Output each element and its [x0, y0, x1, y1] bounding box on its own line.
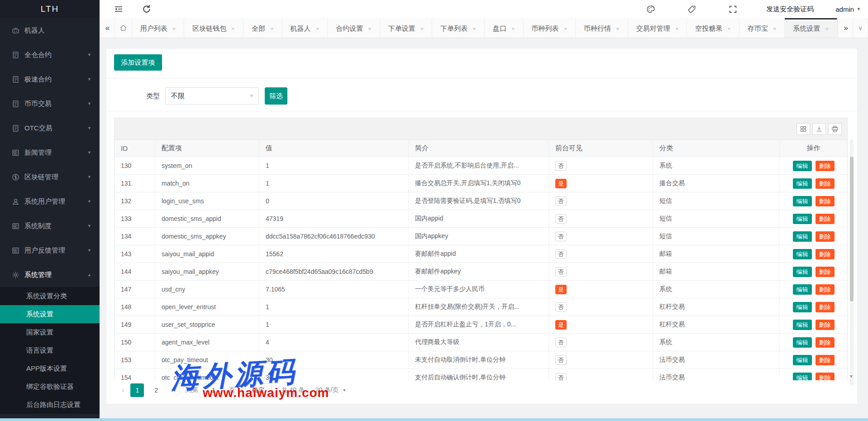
edit-button[interactable]: 编辑 [793, 196, 812, 206]
edit-button[interactable]: 编辑 [793, 267, 812, 277]
edit-button[interactable]: 编辑 [793, 231, 812, 242]
tab[interactable]: 下单列表 × [432, 18, 485, 38]
edit-button[interactable]: 编辑 [793, 214, 812, 224]
sidebar-menu-item[interactable]: 全仓合约 ▼ [0, 43, 100, 67]
table-row: 133 domestic_sms_appid 47319 国内appid 否 短… [114, 210, 847, 228]
delete-button[interactable]: 删除 [816, 231, 835, 242]
edit-button[interactable]: 编辑 [793, 302, 812, 312]
print-button[interactable] [828, 123, 842, 135]
sidebar-menu-item[interactable]: 新闻管理 ▼ [0, 140, 100, 165]
tab[interactable]: 下单设置 × [380, 18, 433, 38]
tab-close-icon[interactable]: × [472, 25, 476, 32]
theme-palette-icon[interactable] [646, 5, 655, 14]
user-menu[interactable]: admin ▼ [835, 5, 861, 13]
tab-close-icon[interactable]: × [727, 25, 731, 32]
tab-close-icon[interactable]: × [616, 25, 620, 32]
tab-close-icon[interactable]: × [368, 25, 372, 32]
edit-button[interactable]: 编辑 [793, 284, 812, 295]
sidebar-submenu-item[interactable]: 系统设置 [0, 305, 100, 323]
tab-close-icon[interactable]: × [511, 25, 515, 32]
sidebar-submenu-item[interactable]: 后台路由日志设置 [0, 396, 100, 414]
sidebar-menu-item[interactable]: 系统管理 ▲ [0, 263, 100, 287]
delete-button[interactable]: 删除 [816, 214, 835, 224]
sidebar-menu-item[interactable]: 系统制度 ▼ [0, 214, 100, 238]
tab[interactable]: 币种列表 × [524, 18, 576, 38]
tab[interactable]: 盘口 × [485, 18, 524, 38]
edit-button[interactable]: 编辑 [793, 337, 812, 348]
edit-button[interactable]: 编辑 [793, 178, 812, 189]
caret-icon: ▼ [87, 126, 91, 130]
delete-button[interactable]: 删除 [816, 337, 835, 348]
send-security-code-button[interactable]: 发送安全验证码 [766, 5, 814, 14]
tab[interactable]: 空投糖果 × [687, 18, 739, 38]
delete-button[interactable]: 删除 [816, 267, 835, 277]
sidebar-menu-item[interactable]: OTC交易 ▼ [0, 116, 100, 140]
delete-button[interactable]: 删除 [816, 196, 835, 206]
tab[interactable]: 存币宝 × [739, 18, 785, 38]
tab[interactable]: 交易对管理 × [628, 18, 687, 38]
delete-button[interactable]: 删除 [816, 302, 835, 312]
tab-close-icon[interactable]: × [231, 25, 235, 32]
sidebar-menu-item[interactable]: 币币交易 ▼ [0, 91, 100, 116]
tab[interactable]: 系统设置 × [785, 18, 837, 38]
edit-button[interactable]: 编辑 [793, 161, 812, 171]
prev-page-icon[interactable]: ‹ [122, 386, 124, 394]
sidebar-menu-item[interactable]: 区块链管理 ▼ [0, 165, 100, 189]
tabs-menu-chevron-icon[interactable]: ∨ [853, 18, 868, 38]
type-filter-select[interactable]: 不限 ▼ [165, 87, 259, 105]
tab[interactable]: 合约设置 × [328, 18, 380, 38]
sidebar-submenu-item[interactable]: 绑定谷歌验证器 [0, 378, 100, 396]
sidebar-submenu-item[interactable]: 国家设置 [0, 323, 100, 341]
delete-button[interactable]: 删除 [816, 161, 835, 171]
cell-category: 系统 [653, 157, 780, 174]
tab-close-icon[interactable]: × [316, 25, 320, 32]
delete-button[interactable]: 删除 [816, 178, 835, 189]
tabs-scroll-right-icon[interactable]: » [838, 18, 853, 38]
cell-visible: 否 [549, 157, 653, 174]
tab-close-icon[interactable]: × [420, 25, 424, 32]
grid-columns-button[interactable] [796, 123, 810, 135]
tab-close-icon[interactable]: × [270, 25, 274, 32]
page-number-button[interactable]: 1 [130, 383, 144, 397]
tab[interactable]: 币种行情 × [576, 18, 628, 38]
sidebar-menu-item[interactable]: 用户反馈管理 ▼ [0, 238, 100, 263]
cell-id: 147 [114, 281, 155, 298]
home-tab[interactable] [115, 18, 132, 38]
scrollbar-down-icon[interactable]: ▼ [849, 374, 854, 379]
cell-visible: 否 [549, 263, 653, 280]
tab-close-icon[interactable]: × [773, 25, 777, 32]
scrollbar-thumb[interactable] [850, 157, 854, 301]
page-number-button[interactable]: 2 [149, 383, 163, 397]
table-row: 149 user_set_stopprice 1 是否开启杠杆止盈止亏，1开启，… [114, 316, 847, 334]
sidebar-menu-item[interactable]: 极速合约 ▼ [0, 67, 100, 91]
sidebar-menu-item[interactable]: 系统用户管理 ▼ [0, 189, 100, 214]
add-setting-button[interactable]: 添加设置项 [114, 54, 162, 71]
export-button[interactable] [812, 123, 826, 135]
edit-button[interactable]: 编辑 [793, 320, 812, 330]
fullscreen-icon[interactable] [729, 5, 737, 14]
tab-close-icon[interactable]: × [825, 25, 829, 32]
filter-button[interactable]: 筛选 [265, 87, 287, 105]
tab[interactable]: 机器人 × [282, 18, 328, 38]
collapse-sidebar-icon[interactable] [114, 5, 123, 14]
delete-button[interactable]: 删除 [816, 249, 835, 259]
delete-button[interactable]: 删除 [816, 355, 835, 365]
edit-button[interactable]: 编辑 [793, 249, 812, 259]
sidebar-submenu-item[interactable]: 系统设置分类 [0, 287, 100, 305]
tab-close-icon[interactable]: × [675, 25, 679, 32]
delete-button[interactable]: 删除 [816, 284, 835, 295]
visible-badge: 否 [555, 338, 567, 347]
tab-close-icon[interactable]: × [564, 25, 568, 32]
refresh-icon[interactable] [142, 5, 151, 14]
tab-close-icon[interactable]: × [172, 25, 176, 32]
tabs-scroll-left-icon[interactable]: « [100, 18, 115, 38]
edit-button[interactable]: 编辑 [793, 355, 812, 365]
sidebar-submenu-item[interactable]: 语言设置 [0, 341, 100, 359]
delete-button[interactable]: 删除 [816, 320, 835, 330]
tab[interactable]: 区块链钱包 × [184, 18, 243, 38]
tab[interactable]: 用户列表 × [132, 18, 185, 38]
sidebar-submenu-item[interactable]: APP版本设置 [0, 359, 100, 378]
tag-icon[interactable] [687, 5, 696, 14]
tab[interactable]: 全部 × [243, 18, 282, 38]
sidebar-menu-item[interactable]: 机器人 [0, 18, 100, 43]
